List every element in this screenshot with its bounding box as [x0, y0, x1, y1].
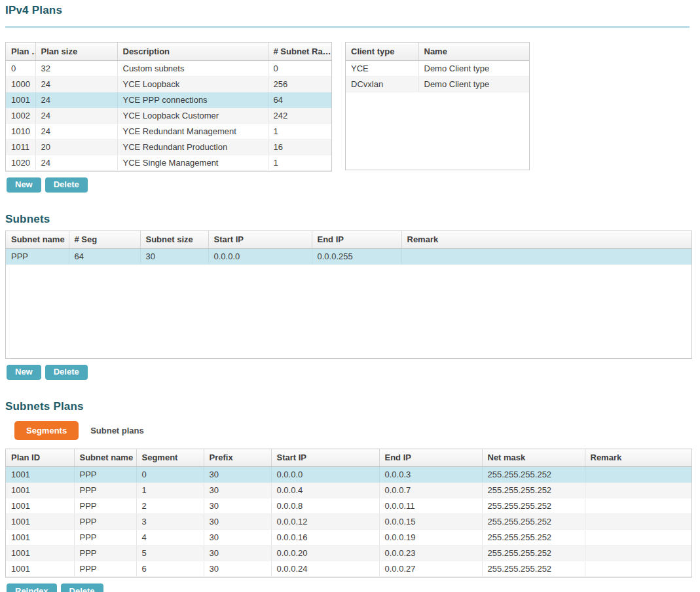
- table-row[interactable]: 1001PPP5300.0.0.200.0.0.23255.255.255.25…: [6, 546, 691, 561]
- subnets-delete-button[interactable]: Delete: [45, 365, 88, 380]
- column-header[interactable]: Remark: [401, 231, 691, 249]
- column-header[interactable]: Net mask: [482, 449, 585, 467]
- table-cell: 0.0.0.7: [379, 483, 482, 498]
- table-cell: 0.0.0.27: [379, 561, 482, 577]
- table-cell: YCE Loopback Customer: [117, 107, 268, 123]
- table-cell: 3: [136, 514, 204, 530]
- segments-table-container: Plan IDSubnet nameSegmentPrefixStart IPE…: [5, 449, 692, 578]
- table-cell: 0.0.0.16: [271, 530, 379, 546]
- table-cell: [585, 514, 691, 530]
- table-cell: 256: [268, 76, 331, 92]
- tab-segments[interactable]: Segments: [14, 421, 79, 440]
- column-header[interactable]: Subnet size: [140, 231, 208, 249]
- table-row[interactable]: 1001PPP2300.0.0.80.0.0.11255.255.255.252: [6, 498, 691, 514]
- table-row[interactable]: 032Custom subnets0: [6, 60, 331, 76]
- table-cell: 30: [204, 467, 271, 483]
- table-cell: 0: [268, 60, 331, 76]
- subnets-plans-title: Subnets Plans: [5, 400, 691, 413]
- column-header[interactable]: Plan ID: [6, 449, 74, 467]
- tab-subnet-plans[interactable]: Subnet plans: [90, 421, 144, 440]
- segments-delete-button[interactable]: Delete: [61, 583, 103, 592]
- subnets-plans-tabs: Segments Subnet plans: [5, 421, 691, 440]
- subnets-new-button[interactable]: New: [7, 365, 41, 380]
- table-cell: 1001: [6, 561, 74, 577]
- table-cell: PPP: [74, 530, 136, 546]
- table-cell: 1001: [6, 530, 74, 546]
- table-row[interactable]: 1001PPP1300.0.0.40.0.0.7255.255.255.252: [6, 483, 691, 498]
- page-title: IPv4 Plans: [5, 4, 691, 17]
- column-header[interactable]: Plan size: [35, 43, 117, 60]
- table-cell: 16: [268, 139, 331, 155]
- column-header[interactable]: Description: [117, 43, 268, 60]
- table-row[interactable]: 101024YCE Redundant Management1: [6, 123, 331, 139]
- column-header[interactable]: Plan …: [6, 43, 35, 60]
- column-header[interactable]: End IP: [379, 449, 482, 467]
- table-row[interactable]: 1001PPP0300.0.0.00.0.0.3255.255.255.252: [6, 467, 691, 483]
- table-cell: 5: [136, 546, 204, 561]
- table-cell: PPP: [74, 561, 136, 577]
- table-cell: 0.0.0.0: [208, 249, 312, 265]
- table-row[interactable]: 100124YCE PPP connections64: [6, 92, 331, 107]
- column-header[interactable]: # Subnet Ra…: [268, 43, 331, 60]
- table-cell: 1001: [6, 467, 74, 483]
- table-cell: PPP: [74, 498, 136, 514]
- table-cell: Demo Client type: [418, 60, 529, 76]
- table-row[interactable]: 1001PPP4300.0.0.160.0.0.19255.255.255.25…: [6, 530, 691, 546]
- table-cell: 1: [268, 155, 331, 170]
- table-cell: 255.255.255.252: [482, 514, 585, 530]
- table-cell: 24: [35, 155, 117, 170]
- table-row[interactable]: 1001PPP6300.0.0.240.0.0.27255.255.255.25…: [6, 561, 691, 577]
- table-cell: 1011: [6, 139, 35, 155]
- column-header[interactable]: Subnet name: [6, 231, 69, 249]
- plans-row: Plan …Plan sizeDescription# Subnet Ra…03…: [5, 42, 691, 172]
- table-cell: 24: [35, 92, 117, 107]
- table-cell: Demo Client type: [418, 76, 529, 92]
- table-row[interactable]: 100024YCE Loopback256: [6, 76, 331, 92]
- table-row[interactable]: YCEDemo Client type: [346, 60, 529, 76]
- table-cell: 0.0.0.12: [271, 514, 379, 530]
- subnets-title: Subnets: [5, 213, 691, 226]
- subnets-table-container: Subnet name# SegSubnet sizeStart IPEnd I…: [5, 231, 692, 359]
- column-header[interactable]: Prefix: [204, 449, 271, 467]
- table-cell: 64: [268, 92, 331, 107]
- table-cell: PPP: [6, 249, 69, 265]
- table-cell: 64: [69, 249, 140, 265]
- column-header[interactable]: End IP: [312, 231, 401, 249]
- table-row[interactable]: 1001PPP3300.0.0.120.0.0.15255.255.255.25…: [6, 514, 691, 530]
- table-row[interactable]: 101120YCE Redundant Production16: [6, 139, 331, 155]
- table-cell: 32: [35, 60, 117, 76]
- table-cell: 1001: [6, 498, 74, 514]
- table-cell: YCE Single Management: [117, 155, 268, 170]
- column-header[interactable]: Segment: [136, 449, 204, 467]
- table-cell: PPP: [74, 483, 136, 498]
- table-cell: 2: [136, 498, 204, 514]
- header-row: Plan …Plan sizeDescription# Subnet Ra…: [6, 43, 331, 60]
- table-cell: 30: [204, 498, 271, 514]
- column-header[interactable]: Start IP: [271, 449, 379, 467]
- column-header[interactable]: Subnet name: [74, 449, 136, 467]
- table-cell: 30: [204, 514, 271, 530]
- column-header[interactable]: Client type: [346, 43, 418, 60]
- header-row: Plan IDSubnet nameSegmentPrefixStart IPE…: [6, 449, 691, 467]
- table-row[interactable]: 100224YCE Loopback Customer242: [6, 107, 331, 123]
- table-cell: [585, 498, 691, 514]
- plans-delete-button[interactable]: Delete: [45, 177, 88, 193]
- column-header[interactable]: Name: [418, 43, 529, 60]
- table-cell: 255.255.255.252: [482, 546, 585, 561]
- table-row[interactable]: 102024YCE Single Management1: [6, 155, 331, 170]
- table-cell: 20: [35, 139, 117, 155]
- table-cell: 0.0.0.19: [379, 530, 482, 546]
- table-cell: 30: [204, 483, 271, 498]
- table-cell: 0.0.0.0: [271, 467, 379, 483]
- column-header[interactable]: Start IP: [208, 231, 312, 249]
- table-row[interactable]: DCvxlanDemo Client type: [346, 76, 529, 92]
- table-row[interactable]: PPP64300.0.0.00.0.0.255: [6, 249, 691, 265]
- table-cell: 242: [268, 107, 331, 123]
- table-cell: 24: [35, 76, 117, 92]
- plans-new-button[interactable]: New: [7, 177, 41, 193]
- column-header[interactable]: Remark: [585, 449, 691, 467]
- segments-reindex-button[interactable]: Reindex: [7, 583, 57, 592]
- table-cell: 0: [136, 467, 204, 483]
- table-cell: 0.0.0.15: [379, 514, 482, 530]
- column-header[interactable]: # Seg: [69, 231, 140, 249]
